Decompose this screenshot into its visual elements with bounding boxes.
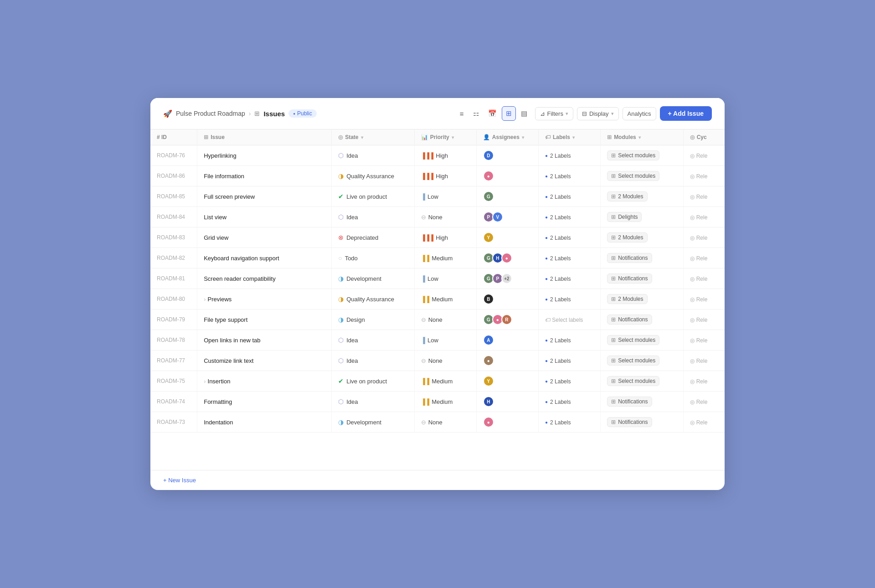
- row-cycle: ◎Rele: [683, 166, 725, 186]
- table-row[interactable]: ROADM-73Indentation ◑Development ⊖None ●…: [150, 412, 725, 433]
- row-id: ROADM-78: [150, 330, 197, 351]
- module-value[interactable]: ⊞Notifications: [607, 273, 652, 284]
- cycle-icon: ◎: [690, 153, 695, 159]
- row-state: ◑Design: [332, 309, 415, 330]
- avatar-extra: +2: [501, 273, 512, 284]
- row-priority: ▐▐▐High: [414, 227, 476, 248]
- module-value[interactable]: ⊞Notifications: [607, 315, 652, 325]
- module-select[interactable]: ⊞Select modules: [607, 356, 659, 366]
- row-state: ⬡Idea: [332, 145, 415, 166]
- row-id: ROADM-76: [150, 145, 197, 166]
- table-row[interactable]: ROADM-80›Previews ◑Quality Assurance ▐▐M…: [150, 289, 725, 309]
- gantt-view-btn[interactable]: ▤: [517, 106, 531, 121]
- main-container: 🚀 Pulse Product Roadmap › ⊞ Issues Publi…: [150, 98, 725, 490]
- module-value[interactable]: ⊞2 Modules: [607, 294, 647, 304]
- row-issue: Open links in new tab: [197, 330, 332, 351]
- table-row[interactable]: ROADM-83Grid view ⊗Depreciated ▐▐▐High Y…: [150, 227, 725, 248]
- row-assignees: G●R: [476, 309, 538, 330]
- row-labels: ●2 Labels: [538, 166, 600, 186]
- table-row[interactable]: ROADM-81Screen reader compatibility ◑Dev…: [150, 268, 725, 289]
- cycle-icon: ◎: [690, 296, 695, 303]
- col-id[interactable]: # ID: [150, 129, 197, 145]
- add-issue-button[interactable]: + Add Issue: [660, 106, 712, 121]
- list-view-btn[interactable]: ≡: [456, 107, 468, 121]
- module-value[interactable]: ⊞Notifications: [607, 253, 652, 263]
- row-labels: ●2 Labels: [538, 371, 600, 392]
- table-row[interactable]: ROADM-86File information ◑Quality Assura…: [150, 166, 725, 186]
- row-labels: ●2 Labels: [538, 289, 600, 309]
- analytics-label: Analytics: [628, 110, 651, 117]
- table-row[interactable]: ROADM-78Open links in new tab ⬡Idea ▐Low…: [150, 330, 725, 351]
- expand-icon[interactable]: ›: [204, 296, 206, 303]
- row-labels: ●2 Labels: [538, 145, 600, 166]
- avatar: ●: [483, 355, 494, 366]
- col-state[interactable]: ◎State▾: [332, 129, 415, 145]
- row-priority: ⊖None: [414, 309, 476, 330]
- col-priority[interactable]: 📊Priority▾: [414, 129, 476, 145]
- row-assignees: Y: [476, 227, 538, 248]
- table-row[interactable]: ROADM-84List view ⬡Idea ⊖None PV ●2 Labe…: [150, 207, 725, 227]
- grid-view-btn[interactable]: ⊞: [502, 106, 516, 121]
- module-select[interactable]: ⊞Select modules: [607, 335, 659, 345]
- col-issue[interactable]: ⊞Issue: [197, 129, 332, 145]
- footer: + New Issue: [150, 470, 725, 490]
- row-issue: Indentation: [197, 412, 332, 433]
- row-modules: ⊞2 Modules: [601, 289, 684, 309]
- section-title: Issues: [263, 110, 285, 118]
- table-row[interactable]: ROADM-74Formatting ⬡Idea ▐▐Medium H ●2 L…: [150, 392, 725, 412]
- module-value[interactable]: ⊞Notifications: [607, 417, 652, 427]
- calendar-view-btn[interactable]: 📅: [484, 106, 501, 121]
- row-modules: ⊞Select modules: [601, 330, 684, 351]
- col-cycle[interactable]: ◎Cyc: [683, 129, 725, 145]
- row-cycle: ◎Rele: [683, 268, 725, 289]
- module-value[interactable]: ⊞2 Modules: [607, 191, 647, 201]
- row-cycle: ◎Rele: [683, 227, 725, 248]
- row-cycle: ◎Rele: [683, 392, 725, 412]
- display-button[interactable]: ⊟ Display ▾: [577, 107, 619, 120]
- module-select[interactable]: ⊞Select modules: [607, 171, 659, 181]
- table-row[interactable]: ROADM-75›Insertion ✔Live on product ▐▐Me…: [150, 371, 725, 392]
- row-id: ROADM-84: [150, 207, 197, 227]
- module-value[interactable]: ⊞2 Modules: [607, 232, 647, 242]
- module-select[interactable]: ⊞Select modules: [607, 150, 659, 160]
- row-state: ◑Development: [332, 412, 415, 433]
- board-view-btn[interactable]: ⚏: [469, 106, 483, 121]
- filter-icon: ⊿: [540, 110, 545, 117]
- row-issue: Keyboard navigation support: [197, 248, 332, 268]
- row-cycle: ◎Rele: [683, 412, 725, 433]
- row-modules: ⊞2 Modules: [601, 227, 684, 248]
- row-state: ○Todo: [332, 248, 415, 268]
- row-state: ◑Quality Assurance: [332, 289, 415, 309]
- breadcrumb-separator: ›: [249, 110, 251, 117]
- cycle-icon: ◎: [690, 419, 695, 426]
- row-priority: ▐▐Medium: [414, 371, 476, 392]
- row-modules: ⊞Notifications: [601, 412, 684, 433]
- cycle-icon: ◎: [690, 194, 695, 200]
- row-state: ⊗Depreciated: [332, 227, 415, 248]
- filters-button[interactable]: ⊿ Filters ▾: [535, 107, 573, 120]
- avatar: G: [483, 191, 494, 202]
- table-row[interactable]: ROADM-82Keyboard navigation support ○Tod…: [150, 248, 725, 268]
- module-select[interactable]: ⊞Select modules: [607, 376, 659, 386]
- expand-icon[interactable]: ›: [204, 378, 206, 385]
- add-issue-label: + Add Issue: [668, 110, 704, 117]
- module-value[interactable]: ⊞Delights: [607, 212, 642, 222]
- col-assignees[interactable]: 👤Assignees▾: [476, 129, 538, 145]
- new-issue-button[interactable]: + New Issue: [163, 477, 196, 484]
- row-modules: ⊞Notifications: [601, 309, 684, 330]
- row-priority: ▐Low: [414, 186, 476, 207]
- col-modules[interactable]: ⊞Modules▾: [601, 129, 684, 145]
- row-modules: ⊞Delights: [601, 207, 684, 227]
- row-labels: ●2 Labels: [538, 207, 600, 227]
- analytics-button[interactable]: Analytics: [623, 107, 656, 120]
- table-row[interactable]: ROADM-77Customize link text ⬡Idea ⊖None …: [150, 351, 725, 371]
- row-assignees: H: [476, 392, 538, 412]
- row-priority: ▐Low: [414, 268, 476, 289]
- module-value[interactable]: ⊞Notifications: [607, 397, 652, 407]
- row-id: ROADM-86: [150, 166, 197, 186]
- table-row[interactable]: ROADM-76Hyperlinking ⬡Idea ▐▐▐High D ●2 …: [150, 145, 725, 166]
- table-row[interactable]: ROADM-79File type support ◑Design ⊖None …: [150, 309, 725, 330]
- col-labels[interactable]: 🏷Labels▾: [538, 129, 600, 145]
- row-cycle: ◎Rele: [683, 371, 725, 392]
- table-row[interactable]: ROADM-85Full screen preview ✔Live on pro…: [150, 186, 725, 207]
